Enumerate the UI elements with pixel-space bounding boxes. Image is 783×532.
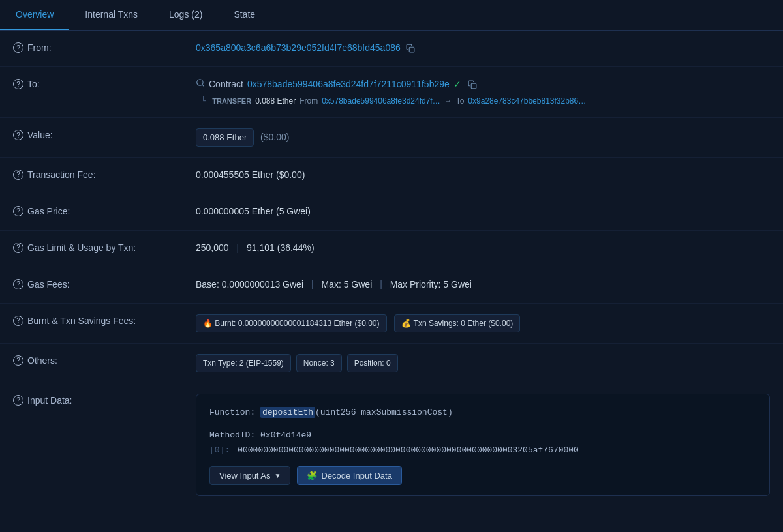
gas-price-label-col: ? Gas Price: bbox=[13, 205, 196, 216]
function-params: (uint256 maxSubmissionCost) bbox=[315, 407, 453, 417]
tabs-container: Overview Internal Txns Logs (2) State bbox=[0, 0, 783, 31]
tab-internal-txns[interactable]: Internal Txns bbox=[69, 0, 153, 30]
gas-price-row: ? Gas Price: 0.000000005 Ether (5 Gwei) bbox=[0, 194, 783, 231]
gas-limit-row: ? Gas Limit & Usage by Txn: 250,000 | 91… bbox=[0, 231, 783, 267]
view-input-button[interactable]: View Input As ▼ bbox=[209, 466, 290, 485]
to-copy-icon[interactable] bbox=[468, 80, 477, 89]
from-address-link[interactable]: 0x365a800a3c6a6b73b29e052fd4f7e68bfd45a0… bbox=[196, 42, 401, 53]
gas-limit-value: 250,000 | 91,101 (36.44%) bbox=[196, 241, 770, 255]
burnt-row: ? Burnt & Txn Savings Fees: 🔥 Burnt: 0.0… bbox=[0, 304, 783, 344]
gas-usage: 91,101 (36.44%) bbox=[247, 243, 315, 253]
burnt-help-icon[interactable]: ? bbox=[13, 316, 23, 326]
decode-input-button[interactable]: 🧩 Decode Input Data bbox=[297, 466, 401, 485]
others-label-col: ? Others: bbox=[13, 354, 196, 366]
input-data-help-icon[interactable]: ? bbox=[13, 395, 23, 406]
tx-fee-help-icon[interactable]: ? bbox=[13, 170, 23, 180]
param-line: [0]: 00000000000000000000000000000000000… bbox=[209, 443, 756, 458]
transfer-label: TRANSFER bbox=[212, 96, 251, 107]
gas-fees-value: Base: 0.0000000013 Gwei | Max: 5 Gwei | … bbox=[196, 278, 770, 291]
svg-point-1 bbox=[197, 80, 203, 85]
from-value: 0x365a800a3c6a6b73b29e052fd4f7e68bfd45a0… bbox=[196, 41, 770, 55]
tx-fee-value: 0.000455505 Ether ($0.00) bbox=[196, 168, 770, 182]
gas-sep2: | bbox=[380, 279, 382, 289]
tab-logs[interactable]: Logs (2) bbox=[153, 0, 218, 30]
value-label-col: ? Value: bbox=[13, 128, 196, 140]
from-row: ? From: 0x365a800a3c6a6b73b29e052fd4f7e6… bbox=[0, 31, 783, 67]
from-copy-icon[interactable] bbox=[406, 44, 415, 53]
from-label-col: ? From: bbox=[13, 41, 196, 53]
others-value: Txn Type: 2 (EIP-1559) Nonce: 3 Position… bbox=[196, 354, 770, 372]
burnt-badge: 🔥 Burnt: 0.00000000000001184313 Ether ($… bbox=[196, 314, 387, 332]
method-id-value: 0x0f4d14e9 bbox=[260, 430, 311, 440]
others-label: Others: bbox=[27, 355, 57, 366]
gas-fees-row: ? Gas Fees: Base: 0.0000000013 Gwei | Ma… bbox=[0, 267, 783, 304]
position-badge: Position: 0 bbox=[347, 354, 398, 372]
gas-limit-help-icon[interactable]: ? bbox=[13, 243, 23, 253]
search-icon bbox=[196, 78, 205, 91]
function-name: depositEth bbox=[260, 407, 315, 418]
txn-type-badge: Txn Type: 2 (EIP-1559) bbox=[196, 354, 291, 372]
main-content: ? From: 0x365a800a3c6a6b73b29e052fd4f7e6… bbox=[0, 31, 783, 507]
to-value: Contract 0x578bade599406a8fe3d24fd7f7211… bbox=[196, 78, 770, 107]
gas-max: Max: 5 Gwei bbox=[321, 279, 372, 289]
contract-prefix: Contract bbox=[209, 78, 243, 91]
to-label: To: bbox=[27, 79, 40, 89]
gas-limit-label-col: ? Gas Limit & Usage by Txn: bbox=[13, 241, 196, 253]
value-row: ? Value: 0.088 Ether ($0.00) bbox=[0, 118, 783, 158]
value-badge: 0.088 Ether bbox=[196, 128, 254, 147]
svg-rect-3 bbox=[471, 83, 476, 89]
gas-limit-num: 250,000 bbox=[196, 243, 229, 253]
l-symbol: └ bbox=[201, 95, 206, 107]
input-data-value: Function: depositEth(uint256 maxSubmissi… bbox=[196, 394, 770, 496]
gas-price-label: Gas Price: bbox=[27, 206, 70, 216]
decode-input-label: Decode Input Data bbox=[321, 471, 392, 480]
param-value: 0000000000000000000000000000000000000000… bbox=[238, 443, 579, 458]
input-data-label: Input Data: bbox=[27, 395, 72, 406]
gas-base: Base: 0.0000000013 Gwei bbox=[196, 279, 303, 289]
svg-line-2 bbox=[202, 84, 204, 86]
method-id-label: MethodID: bbox=[209, 430, 255, 440]
transfer-to-address[interactable]: 0x9a28e783c47bbeb813f32b86… bbox=[468, 95, 586, 107]
gas-fees-label-col: ? Gas Fees: bbox=[13, 278, 196, 289]
function-line: Function: depositEth(uint256 maxSubmissi… bbox=[209, 405, 756, 420]
input-buttons: View Input As ▼ 🧩 Decode Input Data bbox=[209, 466, 756, 485]
transfer-row: └ TRANSFER 0.088 Ether From 0x578bade599… bbox=[196, 95, 770, 107]
svg-rect-0 bbox=[409, 48, 414, 53]
input-data-row: ? Input Data: Function: depositEth(uint2… bbox=[0, 383, 783, 507]
gas-max-priority: Max Priority: 5 Gwei bbox=[390, 279, 472, 289]
view-input-label: View Input As bbox=[219, 471, 271, 480]
input-data-box: Function: depositEth(uint256 maxSubmissi… bbox=[196, 394, 770, 496]
others-help-icon[interactable]: ? bbox=[13, 355, 23, 366]
gas-price-help-icon[interactable]: ? bbox=[13, 206, 23, 216]
to-address-link[interactable]: 0x578bade599406a8fe3d24fd7f7211c0911f5b2… bbox=[247, 78, 450, 91]
burnt-value: 🔥 Burnt: 0.00000000000001184313 Ether ($… bbox=[196, 314, 770, 332]
nonce-badge: Nonce: 3 bbox=[296, 354, 342, 372]
to-help-icon[interactable]: ? bbox=[13, 79, 23, 89]
transfer-amount: 0.088 Ether bbox=[255, 95, 296, 107]
from-help-icon[interactable]: ? bbox=[13, 42, 23, 53]
gas-limit-sep: | bbox=[237, 243, 239, 253]
transfer-from-address[interactable]: 0x578bade599406a8fe3d24fd7f… bbox=[322, 95, 440, 107]
to-row: ? To: Contract 0x578bade599406a8fe3d24fd… bbox=[0, 67, 783, 118]
value-value: 0.088 Ether ($0.00) bbox=[196, 128, 770, 147]
function-keyword: Function: bbox=[209, 407, 255, 417]
txn-savings-badge: 💰 Txn Savings: 0 Ether ($0.00) bbox=[394, 314, 520, 332]
tab-overview[interactable]: Overview bbox=[0, 0, 69, 30]
value-usd: ($0.00) bbox=[260, 132, 289, 142]
contract-row: Contract 0x578bade599406a8fe3d24fd7f7211… bbox=[196, 78, 770, 91]
value-label: Value: bbox=[27, 130, 53, 140]
gas-fees-help-icon[interactable]: ? bbox=[13, 279, 23, 289]
method-id-line: MethodID: 0x0f4d14e9 bbox=[209, 428, 756, 443]
chevron-down-icon: ▼ bbox=[275, 472, 281, 479]
value-help-icon[interactable]: ? bbox=[13, 130, 23, 140]
tx-fee-row: ? Transaction Fee: 0.000455505 Ether ($0… bbox=[0, 158, 783, 194]
transfer-to-prefix: To bbox=[456, 95, 465, 107]
param-index: [0]: bbox=[209, 443, 230, 458]
gas-sep1: | bbox=[311, 279, 314, 289]
transfer-arrow: → bbox=[444, 95, 452, 107]
tab-state[interactable]: State bbox=[218, 0, 271, 30]
gas-limit-label: Gas Limit & Usage by Txn: bbox=[27, 243, 136, 253]
to-label-col: ? To: bbox=[13, 78, 196, 89]
tx-fee-label: Transaction Fee: bbox=[27, 170, 96, 180]
tx-fee-label-col: ? Transaction Fee: bbox=[13, 168, 196, 180]
